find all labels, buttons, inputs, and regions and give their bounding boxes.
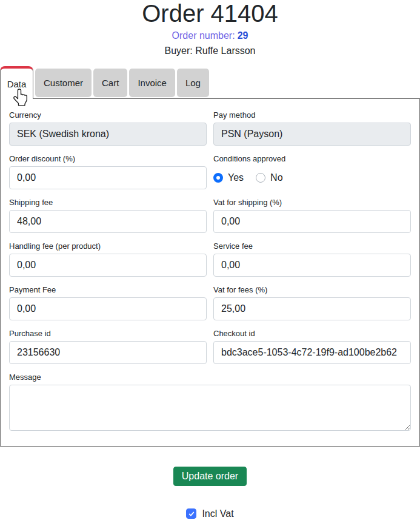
order-page: Order 41404 Order number:29 Buyer: Ruffe…: [0, 0, 420, 519]
radio-yes-label: Yes: [228, 172, 244, 183]
buyer-line: Buyer: Ruffe Larsson: [0, 46, 420, 56]
service-fee-input[interactable]: [213, 254, 411, 277]
order-discount-input[interactable]: [9, 166, 207, 189]
purchase-id-input[interactable]: [9, 341, 207, 364]
field-vat-fees: Vat for fees (%): [213, 286, 411, 320]
conditions-no-option[interactable]: No: [256, 172, 282, 183]
order-number-line: Order number:29: [0, 30, 420, 41]
currency-input[interactable]: [9, 123, 207, 146]
vat-fees-input[interactable]: [213, 297, 411, 320]
pay-method-label: Pay method: [213, 111, 411, 120]
order-number-label: Order number:: [172, 30, 235, 41]
handling-fee-label: Handling fee (per product): [9, 242, 207, 251]
tab-cart[interactable]: Cart: [93, 69, 127, 97]
purchase-id-label: Purchase id: [9, 329, 207, 339]
conditions-approved-radio-group: Yes No: [213, 166, 411, 189]
buyer-label: Buyer:: [164, 46, 192, 56]
buyer-name: Ruffe Larsson: [195, 46, 255, 56]
incl-vat-checkbox[interactable]: [186, 508, 196, 519]
message-textarea[interactable]: [9, 385, 411, 431]
conditions-approved-label: Conditions approved: [213, 155, 411, 164]
tab-data-label: Data: [7, 79, 27, 89]
shipping-fee-label: Shipping fee: [9, 198, 207, 208]
radio-no-label: No: [270, 172, 282, 183]
field-pay-method: Pay method: [213, 111, 411, 146]
checkout-id-input[interactable]: [213, 341, 411, 364]
radio-yes[interactable]: [213, 173, 223, 183]
vat-fees-label: Vat for fees (%): [213, 286, 411, 295]
payment-fee-input[interactable]: [9, 297, 207, 320]
pay-method-input[interactable]: [213, 123, 411, 146]
order-number-value: 29: [238, 30, 248, 41]
vat-shipping-label: Vat for shipping (%): [213, 198, 411, 208]
field-payment-fee: Payment Fee: [9, 286, 207, 320]
radio-no[interactable]: [256, 173, 265, 183]
field-shipping-fee: Shipping fee: [9, 198, 207, 233]
field-vat-shipping: Vat for shipping (%): [213, 198, 411, 233]
payment-fee-label: Payment Fee: [9, 286, 207, 295]
currency-label: Currency: [9, 111, 207, 120]
field-order-discount: Order discount (%): [9, 155, 207, 189]
conditions-yes-option[interactable]: Yes: [213, 172, 244, 183]
tab-bar: Data Customer Cart Invoice Log: [0, 66, 420, 98]
field-handling-fee: Handling fee (per product): [9, 242, 207, 277]
field-purchase-id: Purchase id: [9, 329, 207, 364]
actions-row: Update order: [0, 467, 420, 486]
check-icon: [188, 510, 195, 518]
tab-customer[interactable]: Customer: [35, 69, 92, 97]
update-order-button[interactable]: Update order: [173, 467, 247, 486]
handling-fee-input[interactable]: [9, 254, 207, 277]
field-checkout-id: Checkout id: [213, 329, 411, 364]
incl-vat-label[interactable]: Incl Vat: [202, 508, 233, 519]
field-service-fee: Service fee: [213, 242, 411, 277]
vat-shipping-input[interactable]: [213, 210, 411, 233]
tab-log[interactable]: Log: [177, 69, 209, 97]
incl-vat-row: Incl Vat: [0, 508, 420, 519]
tab-invoice[interactable]: Invoice: [129, 69, 175, 97]
field-currency: Currency: [9, 111, 207, 146]
tab-data[interactable]: Data: [0, 66, 33, 99]
order-discount-label: Order discount (%): [9, 155, 207, 164]
field-message: Message: [9, 373, 411, 431]
field-conditions-approved: Conditions approved Yes No: [213, 155, 411, 189]
message-label: Message: [9, 373, 411, 382]
data-tab-panel: Currency Pay method Order discount (%) C…: [0, 98, 420, 447]
page-title: Order 41404: [0, 1, 420, 25]
shipping-fee-input[interactable]: [9, 210, 207, 233]
checkout-id-label: Checkout id: [213, 329, 411, 339]
service-fee-label: Service fee: [213, 242, 411, 251]
